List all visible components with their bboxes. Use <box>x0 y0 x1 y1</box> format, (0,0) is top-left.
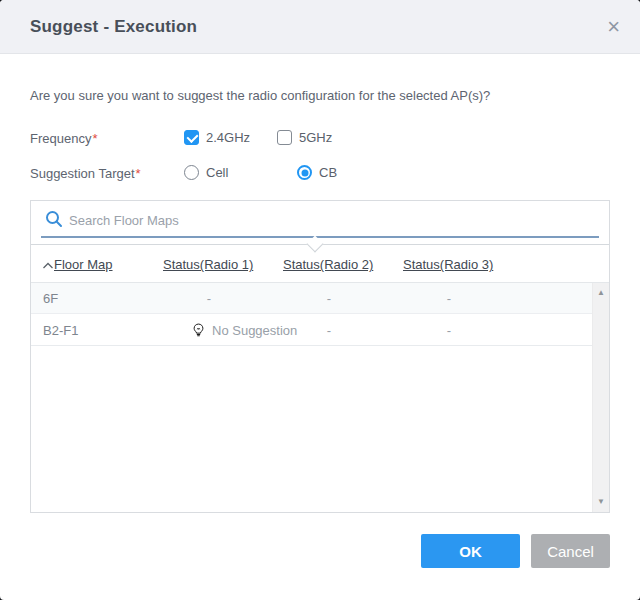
required-asterisk: * <box>136 166 141 181</box>
checkbox-2-4ghz[interactable]: 2.4GHz <box>184 130 250 145</box>
table-header: Floor Map Status(Radio 1) Status(Radio 2… <box>31 245 609 283</box>
status-radio-3-cell: - <box>403 322 495 337</box>
checkbox-label: 5GHz <box>299 130 332 145</box>
ok-button[interactable]: OK <box>421 534 520 568</box>
lightbulb-icon <box>191 322 206 337</box>
status-radio-2-cell: - <box>283 291 375 306</box>
suggestion-target-field: Suggestion Target* Cell CB <box>0 165 640 181</box>
column-header-status-radio-1[interactable]: Status(Radio 1) <box>163 257 253 272</box>
checkbox-icon-checked[interactable] <box>184 130 199 145</box>
dialog-title: Suggest - Execution <box>30 17 197 37</box>
dialog-header: Suggest - Execution × <box>0 0 640 54</box>
search-underline <box>41 236 599 238</box>
required-asterisk: * <box>92 131 97 146</box>
radio-icon-selected[interactable] <box>297 165 312 180</box>
status-radio-1-cell: - <box>163 291 255 306</box>
radio-label: Cell <box>206 165 228 180</box>
table-row[interactable]: B2-F1 No Suggestion - - <box>31 314 592 346</box>
suggestion-target-label: Suggestion Target* <box>30 166 141 181</box>
search-bar <box>31 201 609 244</box>
floor-map-cell: B2-F1 <box>43 322 78 337</box>
frequency-field: Frequency* 2.4GHz 5GHz <box>0 130 640 146</box>
status-radio-1-cell: No Suggestion <box>191 322 297 337</box>
status-radio-2-cell: - <box>283 322 375 337</box>
close-icon[interactable]: × <box>603 14 624 40</box>
scroll-down-icon[interactable]: ▼ <box>593 494 609 510</box>
checkbox-label: 2.4GHz <box>206 130 250 145</box>
frequency-label: Frequency* <box>30 131 97 146</box>
checkbox-icon-unchecked[interactable] <box>277 130 292 145</box>
vertical-scrollbar[interactable]: ▲ ▼ <box>592 283 609 512</box>
suggest-execution-dialog: Suggest - Execution × Are you sure you w… <box>0 0 640 600</box>
table-body: 6F - - - B2-F1 No Suggestion - - <box>31 283 592 512</box>
radio-label: CB <box>319 165 337 180</box>
table-row[interactable]: 6F - - - <box>31 283 592 314</box>
caret-up-icon[interactable] <box>42 261 54 270</box>
column-header-status-radio-2[interactable]: Status(Radio 2) <box>283 257 373 272</box>
column-header-floor-map[interactable]: Floor Map <box>54 257 113 272</box>
confirmation-text: Are you sure you want to suggest the rad… <box>30 88 490 103</box>
radio-icon-unselected[interactable] <box>184 165 199 180</box>
checkbox-5ghz[interactable]: 5GHz <box>277 130 332 145</box>
scroll-up-icon[interactable]: ▲ <box>593 285 609 301</box>
radio-cb[interactable]: CB <box>297 165 337 180</box>
status-radio-3-cell: - <box>403 291 495 306</box>
column-header-status-radio-3[interactable]: Status(Radio 3) <box>403 257 493 272</box>
floor-map-cell: 6F <box>43 291 58 306</box>
floor-map-panel: Floor Map Status(Radio 1) Status(Radio 2… <box>30 200 610 513</box>
search-input[interactable] <box>69 207 595 233</box>
radio-cell[interactable]: Cell <box>184 165 228 180</box>
cancel-button[interactable]: Cancel <box>531 534 610 568</box>
magnifier-icon <box>45 210 63 228</box>
